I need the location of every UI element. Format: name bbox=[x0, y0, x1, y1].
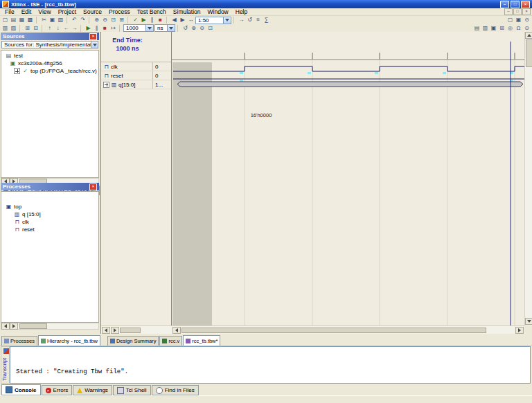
move-left-icon[interactable]: ← bbox=[62, 25, 70, 32]
snapshot-icon[interactable]: ◎ bbox=[506, 25, 514, 32]
transcript-tab[interactable]: Transcript bbox=[1, 346, 10, 384]
names-horizontal-scrollbar[interactable] bbox=[101, 325, 172, 334]
sources-for-arrow-icon[interactable] bbox=[91, 42, 98, 48]
open-file-icon[interactable]: ▤ bbox=[10, 17, 17, 24]
step-icon[interactable]: ↦ bbox=[109, 25, 117, 32]
tab-rcc-tb-tbw[interactable]: rcc_tb.tbw* bbox=[183, 335, 220, 346]
menu-file[interactable]: File bbox=[1, 8, 18, 16]
zoom-fit-icon[interactable]: ⊡ bbox=[206, 25, 214, 32]
move-down-icon[interactable]: ↓ bbox=[54, 25, 62, 32]
expand-icon[interactable] bbox=[14, 68, 20, 74]
menu-help[interactable]: Help bbox=[232, 8, 251, 16]
help-icon[interactable]: ⊙ bbox=[523, 17, 531, 24]
scroll-left-icon[interactable] bbox=[1, 323, 10, 330]
tree-item-top-module[interactable]: ✓ top (D:/FPGA _teach/rcc.v) bbox=[1, 67, 98, 75]
pause-icon[interactable]: ∥ bbox=[93, 25, 100, 32]
menu-simulation[interactable]: Simulation bbox=[170, 8, 204, 16]
tree-item-top[interactable]: ▣ top bbox=[1, 203, 98, 211]
new-file-icon[interactable]: ▢ bbox=[1, 17, 9, 24]
menu-test-bench[interactable]: Test Bench bbox=[134, 8, 170, 16]
tree-item-test[interactable]: ▤ test bbox=[1, 52, 98, 60]
tree-item-reset[interactable]: ⊓ reset bbox=[1, 226, 98, 233]
time-unit-combo[interactable]: ns bbox=[154, 24, 175, 32]
save-all-icon[interactable]: ▩ bbox=[26, 17, 34, 24]
zoom-selection-icon[interactable]: ⊞ bbox=[118, 17, 125, 24]
tab-find-in-files[interactable]: Find in Files bbox=[152, 385, 199, 395]
sim-time-arrow-icon[interactable] bbox=[145, 25, 153, 31]
restart-icon[interactable]: ↺ bbox=[246, 17, 254, 24]
scroll-left-icon[interactable] bbox=[102, 327, 110, 334]
scroll-thumb[interactable] bbox=[19, 323, 47, 329]
cascade-windows-icon[interactable]: ▣ bbox=[515, 17, 522, 24]
signal-row-q[interactable]: ▥ q[15:0] 1... bbox=[101, 80, 172, 89]
zoom-out-icon[interactable]: ⊖ bbox=[101, 17, 109, 24]
mdi-close-icon[interactable] bbox=[522, 8, 531, 15]
stop-icon[interactable]: ■ bbox=[101, 25, 109, 32]
tile-horizontal-icon[interactable]: ▤ bbox=[473, 25, 481, 32]
restart-sim-icon[interactable]: ↺ bbox=[181, 25, 189, 32]
tab-tcl-shell[interactable]: Tcl Shell bbox=[113, 385, 151, 395]
window-grid-icon[interactable]: ⊞ bbox=[498, 25, 506, 32]
tab-design-summary[interactable]: Design Summary bbox=[107, 336, 159, 346]
prev-transition-icon[interactable]: ◀ bbox=[170, 17, 178, 24]
signal-row-clk[interactable]: ⊓ clk 0 bbox=[101, 62, 172, 71]
tree-item-clk[interactable]: ⊓ clk bbox=[1, 218, 98, 226]
close-icon[interactable] bbox=[521, 1, 530, 8]
goto-time-icon[interactable]: → bbox=[238, 17, 245, 24]
canvas-horizontal-scrollbar[interactable] bbox=[172, 325, 524, 334]
title-bar[interactable]: Xilinx - ISE - [rcc_tb.tbw] bbox=[0, 0, 532, 8]
undo-icon[interactable]: ↶ bbox=[71, 17, 78, 24]
scroll-thumb[interactable] bbox=[181, 328, 486, 333]
scroll-right-icon[interactable] bbox=[10, 323, 18, 330]
menu-process[interactable]: Process bbox=[105, 8, 134, 16]
redo-icon[interactable]: ↷ bbox=[79, 17, 87, 24]
signal-row-reset[interactable]: ⊓ reset 0 bbox=[101, 71, 172, 80]
mdi-minimize-icon[interactable] bbox=[504, 8, 513, 15]
sources-for-combo[interactable]: Sources for: Synthesis/Implementation bbox=[1, 41, 98, 48]
waveform-vertical-scrollbar[interactable] bbox=[524, 32, 532, 325]
run-simulation-icon[interactable]: ▶ bbox=[140, 17, 148, 24]
tab-processes[interactable]: Processes bbox=[1, 336, 37, 346]
expand-bus-icon[interactable] bbox=[103, 82, 109, 88]
processes-close-icon[interactable] bbox=[89, 183, 97, 190]
move-up-icon[interactable]: ↑ bbox=[46, 25, 53, 32]
sources-close-icon[interactable] bbox=[89, 33, 97, 40]
zoom-in-2-icon[interactable]: ⊕ bbox=[190, 25, 197, 32]
cut-icon[interactable]: ✂ bbox=[40, 17, 48, 24]
scroll-left-icon[interactable] bbox=[172, 327, 181, 334]
mdi-restore-icon[interactable] bbox=[513, 8, 522, 15]
minimize-icon[interactable] bbox=[500, 1, 509, 8]
tab-rcc-v[interactable]: rcc.v bbox=[159, 336, 182, 346]
sum-icon[interactable]: ∑ bbox=[263, 17, 270, 24]
stop-simulation-icon[interactable]: ■ bbox=[157, 17, 164, 24]
move-right-icon[interactable]: → bbox=[71, 25, 78, 32]
signal-list-icon[interactable]: ▨ bbox=[10, 25, 17, 32]
menu-view[interactable]: View bbox=[35, 8, 54, 16]
tile-vertical-icon[interactable]: ▥ bbox=[481, 25, 489, 32]
next-transition-icon[interactable]: ▶ bbox=[179, 17, 186, 24]
maximize-icon[interactable] bbox=[511, 1, 520, 8]
sources-panel-header[interactable]: Sources bbox=[1, 33, 99, 40]
sim-time-combo[interactable]: 1000 bbox=[123, 24, 154, 32]
menu-edit[interactable]: Edit bbox=[18, 8, 35, 16]
console-output[interactable]: Started : "Creating Tbw file". Compiling… bbox=[10, 346, 531, 384]
add-signal-icon[interactable]: ⊞ bbox=[24, 25, 31, 32]
scroll-thumb[interactable] bbox=[120, 328, 141, 333]
time-unit-arrow-icon[interactable] bbox=[167, 25, 175, 31]
zoom-level-combo[interactable]: 1:50 bbox=[195, 17, 231, 24]
hierarchy-icon[interactable]: ≡ bbox=[254, 17, 262, 24]
tab-hierarchy[interactable]: Hierarchy - rcc_tb.tbw bbox=[38, 335, 100, 346]
zoom-in-icon[interactable]: ⊕ bbox=[93, 17, 100, 24]
paste-icon[interactable]: ▧ bbox=[57, 17, 64, 24]
options-icon[interactable]: Ω bbox=[515, 25, 522, 32]
tree-item-q[interactable]: ▥ q [15:0] bbox=[1, 211, 98, 218]
processes-horizontal-scrollbar[interactable] bbox=[1, 323, 99, 330]
scroll-up-icon[interactable] bbox=[525, 32, 532, 39]
cascade-icon[interactable]: ▣ bbox=[490, 25, 497, 32]
scroll-thumb[interactable] bbox=[526, 39, 532, 67]
processes-panel-header[interactable]: Processes bbox=[1, 183, 99, 190]
scroll-down-icon[interactable] bbox=[525, 318, 532, 325]
tab-errors[interactable]: Errors bbox=[42, 385, 73, 395]
copy-icon[interactable]: ▣ bbox=[48, 17, 56, 24]
pause-simulation-icon[interactable]: ∥ bbox=[148, 17, 156, 24]
